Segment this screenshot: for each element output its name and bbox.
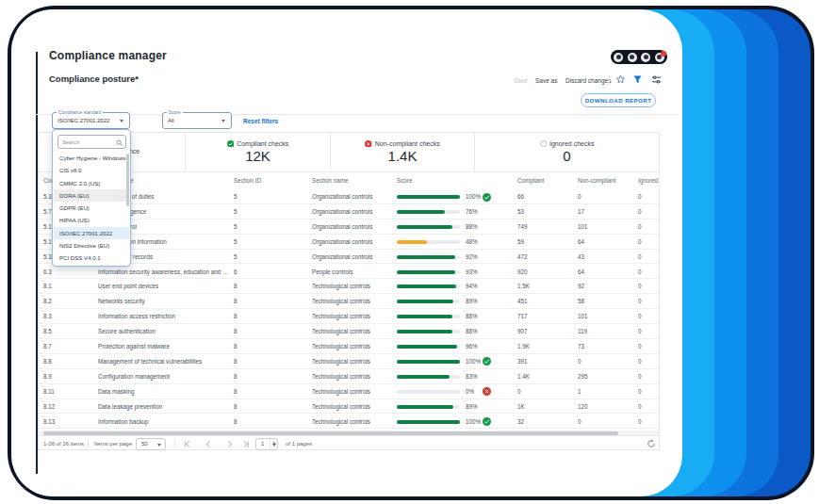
- table-row[interactable]: 8.5Secure authentication8Technological c…: [39, 324, 659, 339]
- control-name: Protection against malware: [98, 339, 170, 354]
- summary-value: 0: [563, 149, 570, 164]
- dropdown-option[interactable]: CIS v8.0: [54, 164, 129, 176]
- table-row[interactable]: 8.9Configuration management8Technologica…: [39, 369, 659, 384]
- compliance-standard-select[interactable]: Compliance standard ISO/IEC 27001:2022: [52, 112, 130, 129]
- dropdown-option[interactable]: DORA (EU): [54, 189, 129, 202]
- section-id: 8: [234, 294, 238, 309]
- filter-icon[interactable]: [632, 74, 643, 85]
- compliant-count: 1.5K: [517, 279, 530, 294]
- dropdown-option[interactable]: HIPAA (US): [54, 214, 129, 226]
- table-row[interactable]: 5.3Segregation of duties5Organizational …: [39, 189, 659, 204]
- ignored-count: 0: [638, 219, 642, 235]
- control-name: Management of technical vulnerabilities: [98, 354, 202, 369]
- score-percent: 94%: [466, 279, 478, 294]
- score-bar-fill: [397, 255, 455, 259]
- section-id: 8: [234, 339, 238, 354]
- save-button[interactable]: Save: [514, 76, 528, 85]
- dropdown-search-input[interactable]: [62, 137, 117, 148]
- compliant-count: 920: [517, 265, 528, 280]
- table-row[interactable]: 8.7Protection against malware8Technologi…: [39, 339, 659, 354]
- toolbar-icon-3[interactable]: [641, 53, 650, 62]
- reset-filters-link[interactable]: Reset filters: [243, 118, 278, 124]
- discard-changes-button[interactable]: Discard changes: [565, 76, 611, 85]
- score-percent: 96%: [466, 339, 478, 354]
- compliant-count: 391: [517, 354, 528, 369]
- refresh-icon[interactable]: [647, 439, 657, 449]
- table-row[interactable]: 5.7Threat intelligence5Organizational co…: [39, 204, 659, 219]
- summary-value: 12K: [245, 149, 270, 164]
- non-compliant-count: 0: [578, 354, 581, 369]
- dropdown-option[interactable]: Cyber Hygiene - Windows: [54, 152, 129, 164]
- score-bar-fill: [397, 270, 455, 274]
- table-row[interactable]: 8.11Data masking8Technological controls0…: [39, 384, 659, 399]
- table-row[interactable]: 5.17Authentication information5Organizat…: [39, 235, 659, 250]
- compliant-count: 907: [517, 324, 528, 339]
- score-bar-fill: [397, 405, 453, 409]
- prev-page-button[interactable]: [203, 439, 215, 450]
- items-per-page-select[interactable]: 50: [136, 438, 166, 450]
- page-stepper[interactable]: [270, 439, 277, 449]
- section-name: Organizational controls: [312, 189, 372, 204]
- section-id: 8: [234, 384, 238, 399]
- score-percent: 93%: [466, 265, 478, 280]
- dropdown-option[interactable]: NIS2 Directive (EU): [54, 239, 129, 252]
- table-row[interactable]: 8.13Information backup8Technological con…: [39, 415, 659, 430]
- page-number-input[interactable]: 1: [255, 438, 278, 450]
- score-percent: 0%: [466, 384, 474, 399]
- ignored-count: 0: [638, 309, 642, 324]
- star-icon[interactable]: [615, 74, 626, 85]
- toolbar-icon-2[interactable]: [628, 53, 637, 62]
- non-compliant-count: 92: [578, 279, 584, 294]
- table-row[interactable]: 8.1User end point devices8Technological …: [39, 279, 659, 294]
- table-row[interactable]: 8.3Information access restriction8Techno…: [39, 309, 659, 324]
- compliant-count: 749: [517, 219, 528, 235]
- download-report-button[interactable]: DOWNLOAD REPORT: [581, 93, 656, 107]
- section-name: Organizational controls: [312, 250, 372, 265]
- control-id: 8.12: [43, 399, 55, 415]
- x-circle-icon: [483, 387, 491, 396]
- toolbar-icon-1[interactable]: [614, 53, 623, 62]
- control-name: Networks security: [98, 294, 145, 309]
- dropdown-option[interactable]: ISO/IEC 27001:2022: [54, 227, 129, 239]
- scrollbar-thumb[interactable]: [43, 431, 618, 435]
- dropdown-scrollbar[interactable]: [126, 154, 129, 206]
- score-percent: 100%: [466, 415, 481, 430]
- tune-settings-icon[interactable]: [651, 74, 662, 85]
- save-as-button[interactable]: Save as: [535, 76, 558, 85]
- score-bar-track: [397, 345, 460, 349]
- first-page-button[interactable]: [182, 439, 194, 450]
- table-row[interactable]: 5.33Protection of records5Organizational…: [39, 250, 659, 265]
- section-name: Organizational controls: [312, 204, 372, 219]
- dropdown-option[interactable]: GDPR (EU): [54, 202, 129, 214]
- control-id: 8.7: [43, 339, 52, 354]
- table-row[interactable]: 8.12Data leakage prevention8Technologica…: [39, 399, 659, 415]
- table-row[interactable]: 8.2Networks security8Technological contr…: [39, 294, 659, 309]
- table-row[interactable]: 8.8Management of technical vulnerabiliti…: [39, 354, 659, 369]
- table-row[interactable]: 6.3Information security awareness, educa…: [39, 265, 659, 280]
- ignored-count: 0: [638, 189, 642, 204]
- control-name: Information access restriction: [98, 309, 175, 324]
- ignored-count: 0: [638, 250, 642, 265]
- score-percent: 88%: [466, 219, 478, 235]
- dropdown-search[interactable]: [57, 135, 126, 149]
- score-bar-fill: [397, 240, 427, 244]
- score-bar-track: [397, 300, 460, 303]
- dropdown-option[interactable]: PCI DSS V4.0.1: [54, 252, 129, 264]
- score-percent: 92%: [466, 250, 478, 265]
- section-name: Technological controls: [312, 339, 370, 354]
- column-header: Ignored: [638, 172, 658, 189]
- score-percent: 83%: [466, 369, 478, 384]
- next-page-button[interactable]: [223, 439, 236, 450]
- score-percent: 48%: [466, 235, 478, 250]
- last-page-button[interactable]: [239, 439, 252, 450]
- overlay-toolbar: [611, 50, 667, 64]
- score-percent: 88%: [466, 309, 478, 324]
- score-bar-track: [397, 375, 460, 379]
- score-select[interactable]: Score All: [162, 112, 232, 129]
- control-name: Secure authentication: [98, 324, 156, 339]
- toolbar-icon-notification[interactable]: [655, 53, 664, 62]
- non-compliant-count: 119: [578, 324, 587, 339]
- total-pages-label: of 1 pages: [286, 436, 312, 451]
- table-row[interactable]: 5.15Access control5Organizational contro…: [39, 219, 659, 235]
- dropdown-option[interactable]: CMMC 2.0 (US): [54, 177, 129, 189]
